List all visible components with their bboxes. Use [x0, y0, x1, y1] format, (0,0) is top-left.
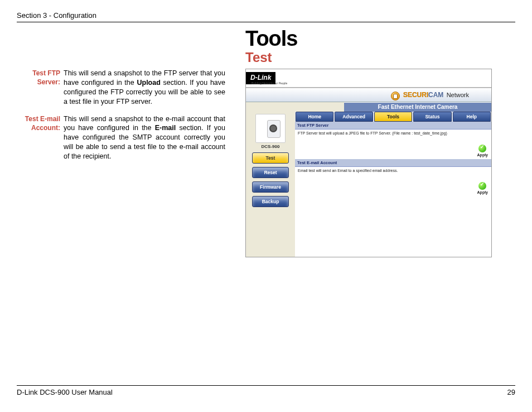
- definition-item: Test FTP Server: This will send a snapsh…: [17, 69, 240, 107]
- tab-advanced[interactable]: Advanced: [335, 112, 373, 122]
- tab-status[interactable]: Status: [413, 112, 451, 122]
- section-header-email: Test E-mail Account: [295, 159, 491, 167]
- divider: [17, 22, 515, 22]
- section-header-ftp: Test FTP Server: [295, 122, 491, 130]
- definition-label: Test E-mail Account:: [17, 114, 64, 161]
- section-body-email: Email test will send an Email to a speci…: [295, 167, 491, 197]
- apply-label: Apply: [477, 153, 488, 157]
- sidebar-item-backup[interactable]: Backup: [252, 196, 289, 207]
- footer-left: D-Link DCS-900 User Manual: [17, 388, 113, 396]
- section-text: Email test will send an Email to a speci…: [298, 169, 398, 173]
- apply-icon: [478, 145, 486, 152]
- apply-button-email[interactable]: Apply: [477, 182, 488, 194]
- tab-tools[interactable]: Tools: [374, 112, 412, 122]
- hero-sub-band: Fast Ethernet Internet Camera: [344, 102, 491, 112]
- hero-word-2: CAM: [428, 91, 443, 99]
- text-bold: Upload: [137, 79, 160, 87]
- footer-page: 29: [507, 388, 515, 396]
- page-subtitle: Test: [245, 50, 515, 65]
- hero-banner: SECURICAM Network: [246, 88, 491, 102]
- section-header: Section 3 - Configuration: [17, 11, 515, 22]
- section-body-ftp: FTP Server test will upload a JPEG file …: [295, 130, 491, 159]
- ui-sidebar: DCS-900 Test Reset Firmware Backup: [246, 112, 295, 257]
- apply-label: Apply: [477, 190, 488, 194]
- page-title: Tools: [245, 27, 515, 51]
- definitions-column: Test FTP Server: This will send a snapsh…: [17, 27, 240, 257]
- apply-button-ftp[interactable]: Apply: [477, 145, 488, 157]
- brand-tagline: Building Networks for People: [252, 82, 287, 85]
- camera-model-label: DCS-900: [246, 144, 295, 149]
- sidebar-item-firmware[interactable]: Firmware: [252, 181, 289, 193]
- tab-home[interactable]: Home: [296, 112, 333, 122]
- ui-main: Home Advanced Tools Status Help Test FTP…: [295, 112, 491, 257]
- hero-word-3: Network: [447, 92, 469, 98]
- sidebar-item-reset[interactable]: Reset: [252, 167, 289, 178]
- apply-icon: [478, 182, 486, 190]
- ui-logo-bar: D-Link Building Networks for People: [246, 69, 491, 88]
- definition-item: Test E-mail Account: This will send a sn…: [17, 114, 240, 161]
- definition-text: This will send a snapshot to the FTP ser…: [64, 69, 225, 107]
- text-bold: E-mail: [155, 124, 176, 132]
- definition-text: This will send a snapshot to the e-mail …: [64, 114, 225, 161]
- camera-thumbnail: [255, 114, 286, 143]
- embedded-device-ui: D-Link Building Networks for People SECU…: [245, 69, 492, 257]
- hero-word-1: SECURI: [403, 91, 428, 99]
- section-text: FTP Server test will upload a JPEG file …: [298, 131, 447, 135]
- tab-row: Home Advanced Tools Status Help: [295, 112, 491, 122]
- sidebar-item-test[interactable]: Test: [252, 152, 289, 164]
- definition-label: Test FTP Server:: [17, 69, 64, 107]
- tab-help[interactable]: Help: [453, 112, 491, 122]
- securicam-badge-icon: [391, 92, 400, 100]
